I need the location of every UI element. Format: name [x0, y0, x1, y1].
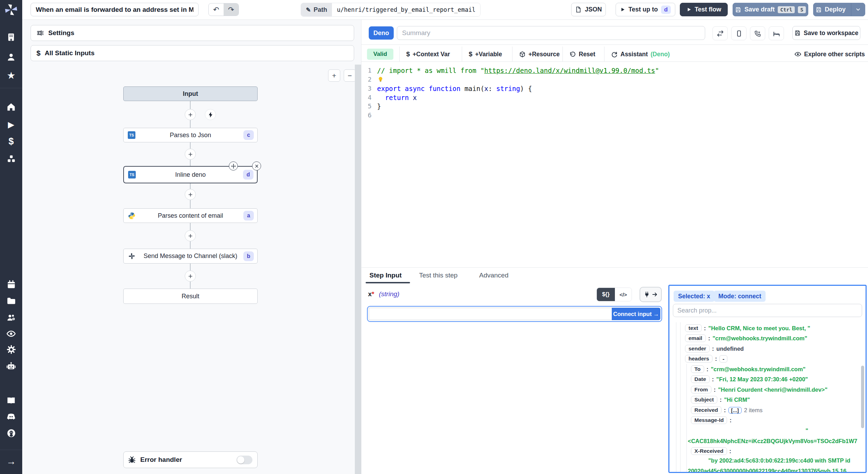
runs-play-icon[interactable]: ▶ — [0, 120, 22, 130]
flow-title-input[interactable] — [31, 3, 199, 16]
deploy-dropdown-button[interactable] — [851, 3, 865, 16]
json-prop-to[interactable]: To:"crm@webhooks.trywindmill.com" — [691, 365, 806, 373]
add-resource-button[interactable]: +Resource — [519, 49, 560, 60]
error-handler-toggle[interactable] — [236, 456, 252, 464]
trigger-bolt-button[interactable] — [205, 109, 216, 120]
flow-node-inline-deno-selected[interactable]: TS Inline deno d — [123, 166, 258, 183]
assistant-button[interactable]: Assistant (Deno) — [611, 49, 670, 60]
user-icon[interactable] — [0, 52, 22, 62]
audit-eye-icon[interactable] — [0, 329, 22, 339]
add-step-button[interactable] — [185, 109, 196, 120]
phone-icon-button[interactable] — [750, 26, 765, 40]
field-name-row: x* (string) — [368, 290, 399, 298]
input-mode-toggle: ${} </> — [596, 288, 632, 301]
windmill-logo-icon[interactable] — [0, 3, 22, 17]
favorites-star-icon[interactable]: ★ — [0, 70, 22, 81]
add-step-button[interactable] — [185, 189, 196, 200]
app-sidebar: ★ ▶ $ → — [0, 0, 22, 474]
resources-boxes-icon[interactable] — [0, 154, 22, 164]
add-step-button[interactable] — [185, 149, 196, 160]
panel-scrollbar-thumb[interactable] — [861, 366, 864, 428]
bed-icon-button[interactable] — [769, 26, 784, 40]
add-step-button[interactable] — [185, 271, 196, 282]
add-step-button[interactable] — [185, 230, 196, 241]
json-prop-email[interactable]: email:"crm@webhooks.trywindmill.com" — [685, 334, 807, 342]
flow-node-parses-content-of-email[interactable]: Parses content of email a — [123, 208, 258, 223]
tab-test-this-step[interactable]: Test this step — [419, 272, 458, 279]
code-editor[interactable]: 1 2 3 4 5 6 // import * as wmill from "h… — [361, 62, 868, 267]
sync-swap-icon-button[interactable] — [712, 26, 728, 40]
all-static-inputs-button[interactable]: $ All Static Inputs — [31, 45, 354, 61]
template-mode-button[interactable]: ${} — [597, 288, 615, 301]
lightbulb-icon[interactable] — [377, 76, 384, 83]
json-button[interactable]: JSON — [571, 3, 606, 16]
groups-users-icon[interactable] — [0, 313, 22, 323]
json-prop-from[interactable]: From:"Henri Courdent <henri@windmill.dev… — [691, 386, 827, 393]
add-context-var-button[interactable]: $ +Context Var — [406, 49, 450, 60]
reset-button[interactable]: Reset — [569, 49, 595, 60]
line-number: 3 — [362, 84, 372, 93]
expand-sidebar-arrow-icon[interactable]: → — [0, 456, 22, 467]
test-flow-button[interactable]: Test flow — [680, 3, 728, 16]
workers-robot-icon[interactable] — [0, 361, 22, 371]
save-to-workspace-button[interactable]: Save to workspace — [792, 26, 860, 40]
add-variable-button[interactable]: $ +Variable — [469, 49, 502, 60]
collapsed-array-badge[interactable]: [...] — [728, 407, 742, 414]
home-icon[interactable] — [0, 102, 22, 112]
collapse-toggle[interactable]: - — [719, 355, 728, 363]
eye-icon — [794, 51, 801, 58]
path-label: Path — [314, 6, 327, 14]
code-mode-button[interactable]: </> — [615, 288, 632, 301]
json-prop-subject[interactable]: Subject:"Hi CRM" — [691, 396, 750, 404]
json-prop-headers[interactable]: headers:- — [685, 355, 727, 363]
json-prop-date[interactable]: Date:"Fri, 12 May 2023 07:30:46 +0200" — [691, 375, 808, 383]
deploy-button[interactable]: Deploy — [813, 3, 848, 16]
flow-node-send-message-slack[interactable]: Send Message to Channel (slack) b — [123, 249, 258, 264]
json-prop-message-id[interactable]: Message-Id: — [691, 416, 732, 424]
json-prop-sender[interactable]: sender:undefined — [685, 345, 744, 352]
variables-dollar-icon[interactable]: $ — [0, 136, 22, 147]
json-prop-x-received[interactable]: X-Received: — [691, 447, 731, 455]
play-icon — [620, 7, 625, 12]
tab-advanced[interactable]: Advanced — [479, 272, 509, 279]
json-prop-received[interactable]: Received:[...]2 items — [691, 406, 762, 414]
play-icon — [686, 7, 692, 12]
node-label: Send Message to Channel (slack) — [124, 252, 257, 260]
deploy-button-group: Deploy — [813, 3, 865, 16]
discord-icon[interactable] — [0, 412, 22, 422]
github-icon[interactable] — [0, 429, 22, 438]
error-handler-row[interactable]: Error handler — [123, 451, 258, 468]
save-draft-button[interactable]: Save draft Ctrl S — [733, 3, 808, 16]
json-prop-text[interactable]: text:"Hello CRM, Nice to meet you. Best,… — [685, 324, 810, 332]
flow-node-parses-to-json[interactable]: TS Parses to Json c — [123, 128, 258, 142]
schedules-calendar-icon[interactable] — [0, 280, 22, 289]
search-prop-input[interactable] — [673, 304, 862, 317]
folders-icon[interactable] — [0, 296, 22, 306]
tab-step-input[interactable]: Step Input — [369, 272, 402, 279]
zoom-out-button[interactable]: − — [344, 69, 356, 82]
summary-input[interactable] — [397, 26, 705, 40]
undo-button[interactable]: ↶ — [209, 3, 224, 16]
path-value[interactable]: u/henri/triggered_by_email_report_email — [332, 3, 480, 16]
zoom-in-button[interactable]: + — [328, 69, 340, 82]
explore-other-scripts-button[interactable]: Explore other scripts — [794, 49, 865, 60]
move-step-button[interactable] — [229, 161, 238, 171]
plug-icon — [643, 291, 650, 298]
flow-node-result[interactable]: Result — [123, 289, 258, 304]
flow-settings-button[interactable]: Settings — [31, 25, 354, 41]
settings-gear-icon[interactable] — [0, 345, 22, 354]
json-value-wrap: "by 2002:ad4:5c63:0:b0:622:199c:c4d0 wit… — [708, 457, 850, 464]
canvas-scrollbar[interactable] — [355, 65, 361, 474]
portrait-view-icon-button[interactable] — [731, 26, 746, 40]
docs-book-icon[interactable] — [0, 396, 22, 406]
node-label: Inline deno — [124, 171, 257, 178]
flow-node-input[interactable]: Input — [123, 86, 258, 101]
test-up-to-button[interactable]: Test up to d — [616, 3, 675, 16]
connect-plug-button[interactable] — [640, 287, 662, 302]
path-field[interactable]: ✎Path u/henri/triggered_by_email_report_… — [301, 3, 481, 17]
step-value-input[interactable] — [369, 308, 612, 320]
delete-step-button[interactable] — [252, 161, 261, 171]
redo-button[interactable]: ↷ — [224, 3, 239, 16]
workspace-building-icon[interactable] — [0, 32, 22, 42]
connect-input-button[interactable]: Connect input → — [612, 308, 660, 320]
